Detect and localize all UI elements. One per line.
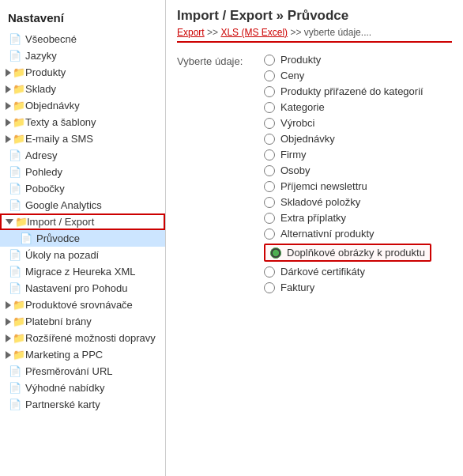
radio-item-osoby[interactable]: Osoby — [264, 164, 431, 176]
sidebar-item-adresy[interactable]: 📄Adresy — [0, 147, 165, 164]
page-icon: 📄 — [8, 33, 22, 45]
sidebar-label: Migrace z Heureka XML — [25, 266, 135, 278]
radio-objednavky[interactable] — [264, 134, 275, 145]
radio-item-produkty[interactable]: Produkty — [264, 54, 431, 66]
radio-item-firmy[interactable]: Firmy — [264, 149, 431, 161]
sidebar-item-nastaveni-pohodu[interactable]: 📄Nastavení pro Pohodu — [0, 280, 165, 297]
radio-item-doplnkove-obrazky[interactable]: Doplňkové obrázky k produktu — [264, 244, 431, 262]
sidebar-label: Google Analytics — [25, 199, 102, 211]
sidebar-item-vseobecne[interactable]: 📄Všeobecné — [0, 31, 165, 47]
folder-closed-icon: 📁 — [8, 332, 22, 344]
radio-item-produkty-kategorie[interactable]: Produkty přiřazené do kategorií — [264, 85, 431, 97]
sidebar-label: E-maily a SMS — [25, 133, 93, 145]
main-content: Import / Export » Průvodce Export >> XLS… — [166, 0, 463, 476]
radio-label-prijemci-newslettru: Příjemci newslettru — [280, 180, 367, 192]
radio-firmy[interactable] — [264, 149, 275, 161]
radio-ceny[interactable] — [264, 70, 275, 81]
page-title: Import / Export » Průvodce — [177, 8, 452, 24]
page-icon: 📄 — [8, 166, 22, 178]
breadcrumb: Export >> XLS (MS Excel) >> vyberte údaj… — [177, 27, 452, 43]
sidebar-label: Produkty — [25, 66, 66, 78]
sidebar-label: Průvodce — [36, 232, 80, 244]
sidebar-item-partnerske-karty[interactable]: 📄Partnerské karty — [0, 396, 165, 413]
content-table: Vyberte údaje: ProduktyCenyProdukty přiř… — [177, 54, 452, 293]
radio-extra-priplatky[interactable] — [264, 213, 275, 224]
radio-label-extra-priplatky: Extra příplatky — [280, 212, 346, 224]
radio-osoby[interactable] — [264, 165, 275, 176]
radio-item-faktury[interactable]: Faktury — [264, 281, 431, 293]
sidebar-item-presmerovani-url[interactable]: 📄Přesměrování URL — [0, 363, 165, 380]
radio-alternativni-produkty[interactable] — [264, 229, 275, 240]
radio-item-vyrobci[interactable]: Výrobci — [264, 117, 431, 129]
sidebar-label: Pobočky — [25, 183, 65, 195]
sidebar-item-texty-sablony[interactable]: 📁Texty a šablony — [0, 114, 165, 130]
sidebar-label: Výhodné nabídky — [25, 382, 104, 394]
sidebar-label: Platební brány — [25, 315, 92, 327]
sidebar-label: Sklady — [25, 83, 56, 95]
radio-item-kategorie[interactable]: Kategorie — [264, 101, 431, 113]
radio-item-alternativni-produkty[interactable]: Alternativní produkty — [264, 228, 431, 240]
radio-faktury[interactable] — [264, 282, 275, 293]
folder-closed-icon: 📁 — [8, 299, 22, 311]
radio-doplnkove-obrazky[interactable] — [270, 247, 281, 259]
radio-label-vyrobci: Výrobci — [280, 117, 314, 129]
sidebar-label: Pohledy — [25, 166, 62, 178]
radio-item-prijemci-newslettru[interactable]: Příjemci newslettru — [264, 180, 431, 192]
folder-closed-icon: 📁 — [8, 66, 22, 78]
sidebar-item-pruvodce[interactable]: 📄Průvodce — [0, 230, 165, 247]
breadcrumb-export[interactable]: Export — [177, 27, 205, 38]
sidebar-item-ukoly-pozadi[interactable]: 📄Úkoly na pozadí — [0, 247, 165, 263]
sidebar-item-produkty[interactable]: 📁Produkty — [0, 64, 165, 81]
sidebar-item-import-export[interactable]: 📁Import / Export — [0, 213, 165, 230]
sidebar-label: Rozšířené možnosti dopravy — [25, 332, 156, 344]
sidebar-item-sklady[interactable]: 📁Sklady — [0, 81, 165, 97]
radio-label-kategorie: Kategorie — [280, 101, 325, 113]
folder-closed-icon: 📁 — [8, 116, 22, 128]
radio-prijemci-newslettru[interactable] — [264, 181, 275, 192]
sidebar-item-vyhodne-nabidky[interactable]: 📄Výhodné nabídky — [0, 380, 165, 396]
sidebar-item-platebni-brany[interactable]: 📁Platební brány — [0, 313, 165, 330]
radio-label-produkty-kategorie: Produkty přiřazené do kategorií — [280, 85, 423, 97]
radio-item-skladove-polozky[interactable]: Skladové položky — [264, 196, 431, 208]
sidebar-items: 📄Všeobecné📄Jazyky📁Produkty📁Sklady📁Objedn… — [0, 31, 165, 413]
radio-vyrobci[interactable] — [264, 118, 275, 129]
breadcrumb-select: vyberte údaje.... — [304, 27, 371, 38]
page-icon: 📄 — [8, 249, 22, 261]
radio-label-faktury: Faktury — [280, 281, 314, 293]
radio-item-ceny[interactable]: Ceny — [264, 70, 431, 81]
radio-item-darkove-certifikaty[interactable]: Dárkové certifikáty — [264, 266, 431, 278]
radio-item-objednavky[interactable]: Objednávky — [264, 133, 431, 145]
folder-open-icon: 📁 — [9, 216, 24, 228]
radio-darkove-certifikaty[interactable] — [264, 266, 275, 278]
sidebar-item-marketing-ppc[interactable]: 📁Marketing a PPC — [0, 346, 165, 363]
sidebar-item-emaily-sms[interactable]: 📁E-maily a SMS — [0, 130, 165, 147]
sidebar-item-google-analytics[interactable]: 📄Google Analytics — [0, 197, 165, 213]
radio-label-doplnkove-obrazky: Doplňkové obrázky k produktu — [287, 247, 425, 259]
sidebar-item-pobocky[interactable]: 📄Pobočky — [0, 180, 165, 197]
radio-list: ProduktyCenyProdukty přiřazené do katego… — [264, 54, 431, 293]
radio-kategorie[interactable] — [264, 102, 275, 113]
sidebar-item-objednavky[interactable]: 📁Objednávky — [0, 97, 165, 114]
radio-label-osoby: Osoby — [280, 164, 311, 176]
sidebar-label: Všeobecné — [25, 33, 77, 45]
radio-item-extra-priplatky[interactable]: Extra příplatky — [264, 212, 431, 224]
radio-skladove-polozky[interactable] — [264, 197, 275, 208]
content-label: Vyberte údaje: — [177, 54, 256, 67]
sidebar-item-rozsirene-moznosti[interactable]: 📁Rozšířené možnosti dopravy — [0, 330, 165, 346]
radio-produkty[interactable] — [264, 55, 275, 66]
breadcrumb-xls[interactable]: XLS (MS Excel) — [220, 27, 288, 38]
folder-closed-icon: 📁 — [8, 100, 22, 111]
sidebar-label: Jazyky — [25, 50, 57, 62]
page-icon: 📄 — [8, 266, 22, 278]
sidebar-item-jazyky[interactable]: 📄Jazyky — [0, 47, 165, 64]
sidebar-item-pohledy[interactable]: 📄Pohledy — [0, 164, 165, 180]
sidebar-item-produktove-srovnavace[interactable]: 📁Produktové srovnávače — [0, 297, 165, 313]
sidebar-label: Přesměrování URL — [25, 365, 113, 377]
sidebar: Nastavení 📄Všeobecné📄Jazyky📁Produkty📁Skl… — [0, 0, 166, 476]
page-icon: 📄 — [8, 282, 22, 294]
sidebar-title: Nastavení — [0, 6, 165, 31]
radio-produkty-kategorie[interactable] — [264, 86, 275, 97]
sidebar-item-migrace-heureka[interactable]: 📄Migrace z Heureka XML — [0, 263, 165, 280]
folder-closed-icon: 📁 — [8, 315, 22, 327]
radio-label-darkove-certifikaty: Dárkové certifikáty — [280, 266, 365, 278]
